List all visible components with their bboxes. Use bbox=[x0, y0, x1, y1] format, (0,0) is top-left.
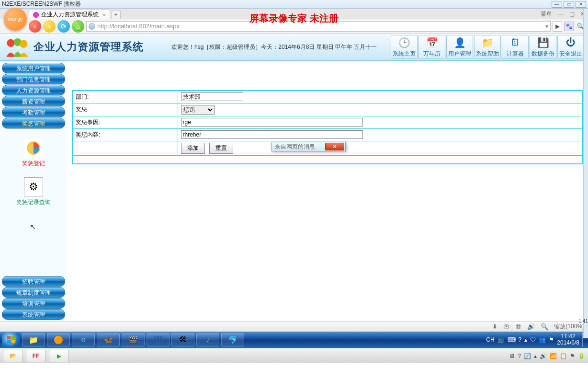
toolbar-calc[interactable]: 🗓计算器 bbox=[502, 35, 529, 59]
toolbar-help[interactable]: 📁系统帮助 bbox=[474, 35, 501, 59]
player-minimize[interactable]: — bbox=[552, 1, 562, 8]
tab-favicon bbox=[33, 12, 39, 18]
outer-sound-icon[interactable]: 🔊 bbox=[540, 353, 547, 359]
toolbar-calendar[interactable]: 📅万年历 bbox=[418, 35, 445, 59]
speaker-icon[interactable]: 🔊 bbox=[527, 323, 535, 330]
app-title: 企业人力资源管理系统 bbox=[34, 40, 144, 54]
browser-min-icon[interactable]: — bbox=[558, 11, 564, 17]
outer-side-time: 1:41 bbox=[579, 319, 588, 324]
outer-flag-icon[interactable]: ⚑ bbox=[570, 353, 575, 359]
tray-user-icon[interactable]: 👥 bbox=[539, 336, 546, 343]
task-dolphin[interactable]: 🐬 bbox=[221, 333, 244, 346]
outer-ff[interactable]: FF bbox=[26, 350, 46, 362]
zoom-icon[interactable]: 🔍 bbox=[541, 323, 548, 330]
player-maximize[interactable]: ▭ bbox=[564, 1, 574, 8]
toolbar-exit[interactable]: ⏻安全退出 bbox=[557, 35, 584, 59]
sub-icon-0 bbox=[24, 138, 43, 158]
sidebar: 系统用户管理部门信息管理人力资源管理薪资管理考勤管理奖惩管理 奖惩登记⚙奖惩记录… bbox=[0, 61, 67, 321]
sidebar-sub-1[interactable]: ⚙奖惩记录查询 bbox=[16, 177, 51, 207]
task-orange[interactable]: 🟠 bbox=[47, 333, 70, 346]
svg-rect-5 bbox=[7, 336, 11, 339]
task-recorder[interactable]: 🎬 bbox=[122, 333, 145, 346]
windows-taskbar: 📁 🟠 e 🦋 🎬 W 🛠 ♪ 🐬 CH 📺 ⌨ ? ▴ 🛡 👥 ⚑ 11:42… bbox=[0, 332, 588, 348]
browser-max-icon[interactable]: ▢ bbox=[569, 11, 575, 17]
task-tools[interactable]: 🛠 bbox=[171, 333, 194, 346]
nav-home-button[interactable]: ⌂ bbox=[72, 20, 84, 33]
svg-rect-8 bbox=[11, 340, 15, 343]
toolbar-home[interactable]: 🕒系统主页 bbox=[391, 35, 418, 59]
input-dept[interactable] bbox=[181, 92, 243, 101]
label-reward: 奖惩: bbox=[76, 106, 89, 113]
content-panel: 部门: 奖惩: 惩罚 奖惩事因: 奖惩内容: bbox=[67, 61, 588, 321]
tray-tv-icon[interactable]: 📺 bbox=[498, 336, 505, 343]
outer-expand-icon[interactable]: ▴ bbox=[534, 353, 537, 359]
tab-hr-system[interactable]: 企业人力资源管理系统 × bbox=[29, 10, 110, 19]
calendar-icon: 📅 bbox=[425, 36, 439, 49]
nav-reload-button[interactable]: ⟳ bbox=[57, 20, 70, 33]
dialog-close-button[interactable]: ✕ bbox=[325, 143, 344, 150]
trash-icon[interactable]: 🗑 bbox=[515, 323, 521, 330]
browser-logo[interactable]: orange bbox=[4, 8, 27, 31]
sidebar-item-1[interactable]: 部门信息管理 bbox=[2, 74, 65, 84]
svg-point-2 bbox=[20, 40, 27, 48]
sidebar-sub-0[interactable]: 奖惩登记 bbox=[22, 138, 45, 168]
outer-sync-icon[interactable]: 🔄 bbox=[524, 353, 531, 359]
tray-expand-icon[interactable]: ▴ bbox=[524, 336, 527, 343]
webpage-message-dialog[interactable]: 来自网页的消息 ✕ bbox=[271, 142, 346, 151]
tray-flag-icon[interactable]: ⚑ bbox=[549, 336, 554, 343]
outer-battery-icon[interactable]: 🔋 bbox=[578, 353, 585, 359]
sidebar-item-0[interactable]: 系统用户管理 bbox=[2, 63, 65, 73]
outer-monitor-icon[interactable]: 🖥 bbox=[509, 353, 515, 359]
add-button[interactable]: 添加 bbox=[181, 143, 205, 154]
task-ie[interactable]: e bbox=[72, 333, 95, 346]
outer-taskbar: 📂 FF ▶ 🖥 ? 🔄 ▴ 🔊 📶 📋 ⚑ 🔋 bbox=[0, 348, 588, 363]
calc-icon: 🗓 bbox=[509, 36, 522, 49]
app-area: 企业人力资源管理系统 欢迎您！hsg［权限：超级管理员］今天：2014年6月8日… bbox=[0, 34, 588, 321]
nav-back-button[interactable]: ‹ bbox=[29, 20, 41, 33]
sidebar-bottom-3[interactable]: 系统管理 bbox=[2, 309, 65, 320]
url-dropdown-icon[interactable]: ▾ bbox=[545, 23, 548, 30]
new-tab-button[interactable]: + bbox=[111, 11, 121, 19]
input-content[interactable] bbox=[181, 130, 363, 139]
input-reason[interactable] bbox=[181, 118, 363, 126]
task-word[interactable]: W bbox=[147, 333, 170, 346]
tray-help-icon[interactable]: ? bbox=[519, 336, 522, 343]
taskbar-clock[interactable]: 11:422014/6/8 bbox=[557, 334, 579, 346]
sidebar-item-4[interactable]: 考勤管理 bbox=[2, 107, 65, 117]
sidebar-item-2[interactable]: 人力资源管理 bbox=[2, 85, 65, 95]
tray-keyboard-icon[interactable]: ⌨ bbox=[508, 336, 516, 343]
start-button[interactable] bbox=[2, 333, 20, 347]
outer-explorer[interactable]: 📂 bbox=[3, 350, 23, 362]
task-explorer[interactable]: 📁 bbox=[22, 333, 45, 346]
download-icon[interactable]: ⬇ bbox=[492, 323, 498, 330]
toolbar-backup[interactable]: 💾数据备份 bbox=[530, 35, 556, 59]
sub-icon-1: ⚙ bbox=[24, 177, 43, 196]
sidebar-bottom-1[interactable]: 规章制度管理 bbox=[2, 287, 65, 298]
task-music[interactable]: ♪ bbox=[196, 333, 219, 346]
player-close[interactable]: ✕ bbox=[576, 1, 586, 8]
outer-net-icon[interactable]: 📶 bbox=[550, 353, 557, 359]
outer-play[interactable]: ▶ bbox=[49, 350, 69, 362]
select-reward[interactable]: 惩罚 bbox=[181, 105, 215, 115]
outer-help-icon[interactable]: ? bbox=[518, 353, 521, 359]
ime-indicator[interactable]: CH bbox=[486, 336, 494, 343]
sidebar-bottom-0[interactable]: 招聘管理 bbox=[2, 276, 65, 287]
tab-close-icon[interactable]: × bbox=[103, 12, 106, 18]
sidebar-item-5[interactable]: 奖惩管理 bbox=[2, 118, 65, 128]
360-icon[interactable]: ⦿ bbox=[503, 323, 509, 330]
sidebar-item-3[interactable]: 薪资管理 bbox=[2, 96, 65, 106]
player-title-text: N2EXE/SCREEN2SWF 播放器 bbox=[2, 0, 81, 8]
task-butterfly[interactable]: 🦋 bbox=[97, 333, 120, 346]
toolbar-users[interactable]: 👤用户管理 bbox=[446, 35, 473, 59]
go-button[interactable]: ▶ bbox=[553, 21, 562, 32]
toolbar: 🕒系统主页📅万年历👤用户管理📁系统帮助🗓计算器💾数据备份⏻安全退出 bbox=[391, 35, 584, 59]
form-table: 部门: 奖惩: 惩罚 奖惩事因: 奖惩内容: bbox=[72, 90, 583, 164]
paw-icon[interactable]: 🐾 bbox=[564, 22, 574, 31]
player-title-bar: N2EXE/SCREEN2SWF 播放器 — ▭ ✕ bbox=[0, 0, 588, 9]
nav-forward-button[interactable]: › bbox=[43, 20, 56, 33]
tray-shield-icon[interactable]: 🛡 bbox=[530, 336, 536, 343]
browser-menu-label[interactable]: 菜单 bbox=[541, 10, 552, 18]
reset-button[interactable]: 重置 bbox=[209, 143, 233, 154]
sidebar-bottom-2[interactable]: 培训管理 bbox=[2, 298, 65, 309]
outer-clip-icon[interactable]: 📋 bbox=[560, 353, 567, 359]
